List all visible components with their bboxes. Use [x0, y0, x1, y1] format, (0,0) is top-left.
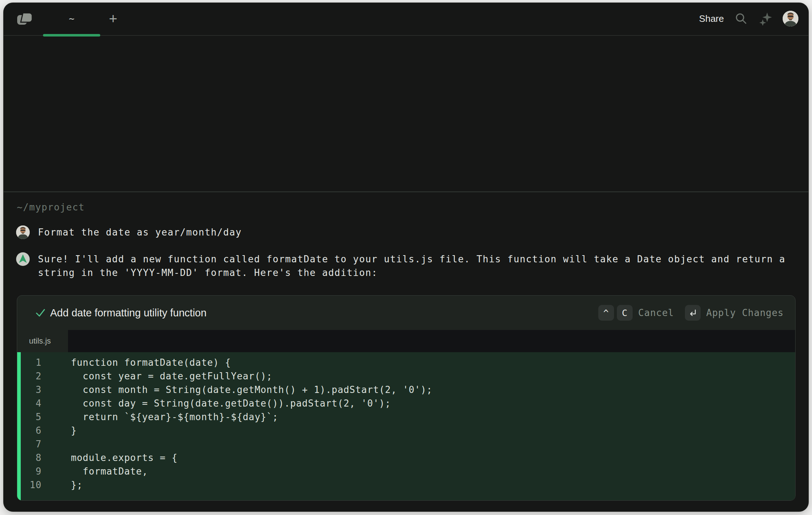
diff-file-tabs: utils.js	[17, 330, 795, 352]
search-icon[interactable]	[734, 11, 748, 26]
code-line: 7	[17, 437, 795, 451]
tab-home[interactable]: ~	[43, 3, 100, 34]
title-bar: ~ + Share	[4, 3, 808, 36]
line-content: };	[71, 480, 83, 490]
added-lines-strip	[17, 352, 21, 500]
line-content: function formatDate(date) {	[71, 357, 231, 368]
line-number: 1	[21, 357, 42, 368]
diff-title: Add date formatting utility function	[50, 307, 207, 319]
line-content: const month = String(date.getMonth() + 1…	[71, 384, 432, 395]
screenshot-stage: ~ + Share	[0, 0, 812, 515]
c-keycap: C	[617, 305, 633, 321]
line-content: const day = String(date.getDate()).padSt…	[71, 398, 391, 409]
assistant-message-line: string in the 'YYYY-MM-DD' format. Here'…	[38, 266, 786, 280]
return-keycap	[685, 305, 701, 321]
cancel-button[interactable]: Cancel	[638, 307, 674, 318]
line-number: 5	[21, 412, 42, 422]
diff-panel: Add date formatting utility function ^ C…	[17, 295, 796, 501]
line-number: 7	[21, 439, 42, 450]
code-line: 10 };	[17, 478, 795, 492]
terminal-window: ~ + Share	[4, 3, 808, 511]
code-line: 1 function formatDate(date) {	[17, 356, 795, 369]
line-content: const year = date.getFullYear();	[71, 371, 272, 382]
check-icon	[35, 307, 46, 318]
titlebar-actions: Share	[699, 3, 798, 34]
code-line: 4 const day = String(date.getDate()).pad…	[17, 397, 795, 410]
line-number: 6	[21, 425, 42, 436]
line-content: module.exports = {	[71, 452, 178, 463]
user-account-avatar[interactable]	[783, 11, 798, 26]
line-content: return `${year}-${month}-${day}`;	[71, 412, 278, 422]
share-button[interactable]: Share	[699, 13, 724, 24]
file-tab-utils-js[interactable]: utils.js	[17, 330, 68, 352]
assistant-avatar	[16, 252, 30, 266]
assistant-message-text: Sure! I'll add a new function called for…	[38, 252, 786, 280]
diff-code-area: 1 function formatDate(date) { 2 const ye…	[17, 352, 795, 500]
user-message: Format the date as year/month/day	[16, 225, 242, 239]
line-number: 10	[21, 480, 42, 490]
working-directory-path: ~/myproject	[17, 202, 85, 213]
line-number: 4	[21, 398, 42, 409]
enter-arrow-icon	[688, 308, 698, 318]
ctrl-keycap: ^	[598, 305, 614, 321]
app-logo-icon[interactable]	[16, 11, 33, 26]
code-line: 2 const year = date.getFullYear();	[17, 369, 795, 383]
line-number: 9	[21, 466, 42, 477]
line-number: 8	[21, 452, 42, 463]
line-content: formatDate,	[71, 466, 148, 477]
new-tab-button[interactable]: +	[103, 3, 123, 34]
line-number: 2	[21, 371, 42, 382]
code-line: 8 module.exports = {	[17, 451, 795, 465]
code-line: 6 }	[17, 424, 795, 437]
code-line: 5 return `${year}-${month}-${day}`;	[17, 410, 795, 424]
user-message-text: Format the date as year/month/day	[38, 225, 242, 239]
assistant-message-line: Sure! I'll add a new function called for…	[38, 252, 786, 266]
assistant-message: Sure! I'll add a new function called for…	[16, 252, 786, 280]
line-number: 3	[21, 384, 42, 395]
code-line: 3 const month = String(date.getMonth() +…	[17, 383, 795, 397]
diff-panel-header: Add date formatting utility function ^ C…	[17, 296, 795, 330]
diff-actions: ^ C Cancel Apply Changes	[598, 305, 784, 321]
ai-sparkle-icon[interactable]	[758, 11, 773, 26]
code-lines: 1 function formatDate(date) { 2 const ye…	[17, 356, 795, 492]
code-line: 9 formatDate,	[17, 465, 795, 478]
user-avatar	[16, 225, 30, 239]
terminal-output-area	[4, 36, 808, 192]
pane-divider[interactable]	[4, 191, 808, 192]
apply-changes-button[interactable]: Apply Changes	[706, 307, 784, 318]
line-content: }	[71, 425, 77, 436]
